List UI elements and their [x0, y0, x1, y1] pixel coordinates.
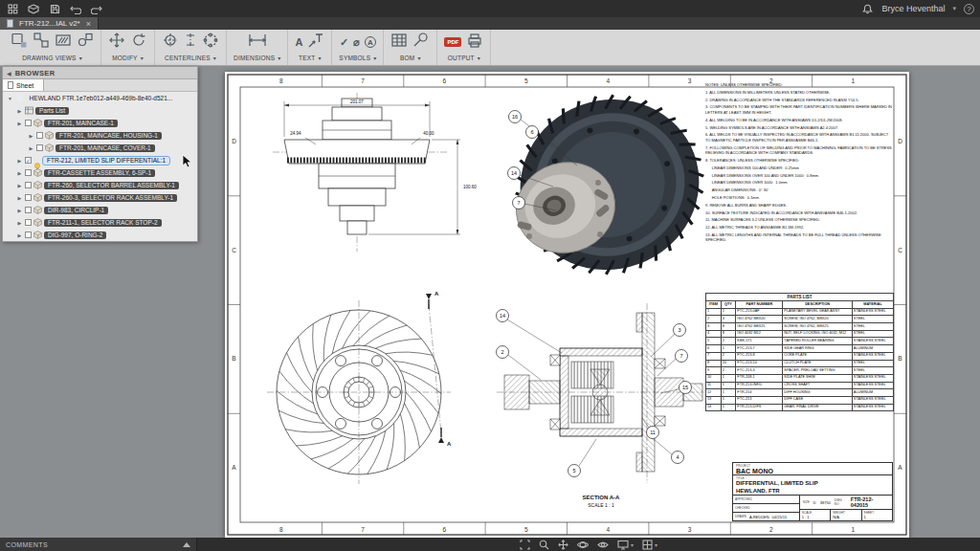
browser-item-label[interactable]: FTR-211-1, SELECTOR RACK STOP-2 [44, 219, 162, 227]
browser-item-label[interactable]: FTR-201, MAINCASE, COVER-1 [56, 144, 155, 152]
browser-item-label[interactable]: Parts List [35, 107, 69, 115]
browser-item-component[interactable]: ▶ DIG-997, O-RING-2 [3, 229, 197, 241]
move-button[interactable] [108, 32, 125, 53]
output-menu[interactable]: OUTPUT▾ [448, 55, 480, 61]
view-side-differential[interactable] [273, 93, 447, 252]
center-mark-button[interactable] [162, 32, 179, 53]
visibility-checkbox[interactable] [25, 219, 32, 226]
browser-item-component-selected[interactable]: ▶ ✓ FTR-212, LIMITED SLIP DIFFERENTIAL:1 [3, 154, 197, 166]
table-button[interactable] [390, 32, 408, 53]
datum-button[interactable]: A [365, 36, 376, 48]
browser-item-component[interactable]: ▶ DIR-983, CIRCLIP-1 [3, 204, 197, 216]
browser-item-component[interactable]: ▶ FTR-260, SELECTOR BARREL ASSEMBLY-1 [3, 179, 197, 191]
user-menu-caret-icon[interactable]: ▾ [952, 5, 956, 12]
leader-text-button[interactable] [307, 32, 324, 53]
balloon-button[interactable] [412, 32, 430, 53]
expand-arrow-icon[interactable]: ▶ [16, 158, 23, 164]
browser-item-label[interactable]: FTR-212, LIMITED SLIP DIFFERENTIAL:1 [43, 157, 169, 165]
browser-item-label[interactable]: DIG-997, O-RING-2 [44, 231, 106, 239]
undo-icon[interactable] [69, 3, 82, 15]
rotate-button[interactable] [130, 32, 147, 53]
centerlines-menu[interactable]: CENTERLINES▾ [165, 55, 216, 61]
visibility-bulb-icon[interactable] [33, 157, 41, 165]
print-button[interactable] [466, 32, 483, 53]
browser-item-component[interactable]: ▶ FTR-201, MAINCASE, HOUSING-1 [3, 129, 197, 142]
orbit-icon[interactable] [577, 540, 589, 550]
dimension-button[interactable] [247, 32, 268, 53]
visibility-checkbox[interactable] [36, 144, 43, 151]
save-icon[interactable] [48, 3, 61, 15]
expand-arrow-icon[interactable]: ▶ [16, 195, 23, 201]
visibility-checkbox[interactable]: ✓ [25, 157, 32, 164]
browser-item-label[interactable]: DIR-983, CIRCLIP-1 [44, 207, 108, 214]
browser-item-label[interactable]: FTR-201, MAINCASE, HOUSING-1 [56, 132, 162, 140]
pan-icon[interactable] [558, 540, 568, 550]
browser-item-label[interactable]: FTR-CASSETTE ASSEMBLY, 6-SP-1 [44, 169, 155, 177]
text-menu[interactable]: TEXT▾ [299, 55, 322, 61]
visibility-checkbox[interactable] [36, 132, 43, 139]
bom-menu[interactable]: BOM▾ [400, 55, 421, 61]
notifications-bell-icon[interactable] [860, 3, 874, 15]
view-isometric-differential[interactable]: 16 6 14 7 [491, 72, 729, 300]
tab-close-icon[interactable]: × [86, 19, 91, 29]
export-pdf-button[interactable]: PDF [444, 37, 461, 47]
drawing-views-menu[interactable]: DRAWING VIEWS▾ [22, 55, 82, 61]
section-view-button[interactable] [55, 32, 72, 53]
document-tab[interactable]: FTR-212...IAL v2* × [0, 17, 99, 30]
visibility-checkbox[interactable] [25, 231, 32, 238]
redo-icon[interactable] [90, 3, 103, 15]
display-settings-icon[interactable]: ▾ [617, 540, 634, 550]
browser-item-component[interactable]: ▶ FTR-CASSETTE ASSEMBLY, 6-SP-1 [3, 166, 197, 179]
drawing-sheet[interactable]: 87 65 43 21 87 65 43 21 DC BA DC BA [225, 72, 909, 538]
browser-item-component[interactable]: ▶ FTR-260-3, SELECTOR RACK ASSEMBLY-1 [3, 191, 197, 204]
text-button[interactable]: A [295, 37, 302, 48]
browser-item-component[interactable]: ▶ FTR-201, MAINCASE-1 [3, 117, 197, 129]
view-section[interactable]: 14 2 3 7 15 11 4 5 SECTION A-A SCALE 1 :… [497, 303, 704, 508]
symbols-menu[interactable]: SYMBOLS▾ [339, 55, 376, 61]
fit-view-icon[interactable] [520, 540, 530, 550]
user-name[interactable]: Bryce Heventhal [881, 4, 945, 13]
browser-item-label[interactable]: FTR-260, SELECTOR BARREL ASSEMBLY-1 [44, 182, 179, 189]
visibility-checkbox[interactable] [25, 207, 32, 213]
drawing-canvas[interactable]: 87 65 43 21 87 65 43 21 DC BA DC BA [0, 66, 980, 538]
app-grid-icon[interactable] [6, 3, 19, 15]
browser-item-label[interactable]: FTR-260-3, SELECTOR RACK ASSEMBLY-1 [44, 194, 177, 202]
browser-item-parts-list[interactable]: ▶ Parts List [3, 104, 197, 117]
expand-arrow-icon[interactable]: ▶ [16, 232, 23, 238]
browser-item-component[interactable]: ▶ FTR-211-1, SELECTOR RACK STOP-2 [3, 216, 197, 229]
expand-arrow-icon[interactable]: ▶ [16, 183, 23, 188]
browser-item-label[interactable]: FTR-201, MAINCASE-1 [44, 120, 118, 127]
look-at-icon[interactable] [597, 540, 609, 550]
visibility-checkbox[interactable] [25, 194, 32, 201]
expand-arrow-icon[interactable]: ▶ [28, 145, 34, 151]
expand-arrow-icon[interactable]: ▶ [16, 108, 23, 114]
projected-view-button[interactable] [33, 32, 50, 53]
expand-comments-icon[interactable] [183, 542, 190, 547]
surface-finish-button[interactable]: ✓ [340, 37, 348, 48]
dimensions-menu[interactable]: DIMENSIONS▾ [234, 55, 280, 61]
modify-menu[interactable]: MODIFY▾ [112, 55, 144, 61]
comments-bar[interactable]: COMMENTS [0, 538, 197, 551]
visibility-checkbox[interactable] [25, 182, 32, 188]
expand-arrow-icon[interactable]: ▶ [16, 220, 23, 226]
expand-arrow-icon[interactable]: ▶ [16, 121, 23, 126]
expand-arrow-icon[interactable]: ▶ [28, 133, 34, 139]
collapse-browser-icon[interactable]: ◀ [7, 70, 11, 77]
centerline-button[interactable] [184, 32, 197, 53]
diameter-symbol-button[interactable]: ⌀ [353, 37, 360, 48]
sheet-tab[interactable]: Sheet [3, 79, 44, 91]
data-panel-icon[interactable] [27, 3, 40, 15]
visibility-checkbox[interactable] [25, 169, 32, 176]
help-icon[interactable]: ? [964, 4, 974, 14]
zoom-icon[interactable] [539, 540, 549, 550]
view-gear-front[interactable] [267, 300, 451, 484]
expand-arrow-icon[interactable]: ▶ [16, 170, 23, 176]
bolt-pattern-button[interactable] [202, 32, 219, 53]
grid-settings-icon[interactable]: ▾ [642, 540, 657, 550]
expand-arrow-icon[interactable]: ▼ [7, 96, 13, 101]
browser-item-component[interactable]: ▶ FTR-201, MAINCASE, COVER-1 [3, 142, 197, 154]
expand-arrow-icon[interactable]: ▶ [16, 208, 23, 213]
base-view-button[interactable] [11, 32, 28, 53]
visibility-checkbox[interactable] [25, 120, 32, 126]
browser-item-root[interactable]: ▼ _HEWLAND FTR.1e7eb012-a449-469b-8e40-d… [3, 92, 197, 104]
